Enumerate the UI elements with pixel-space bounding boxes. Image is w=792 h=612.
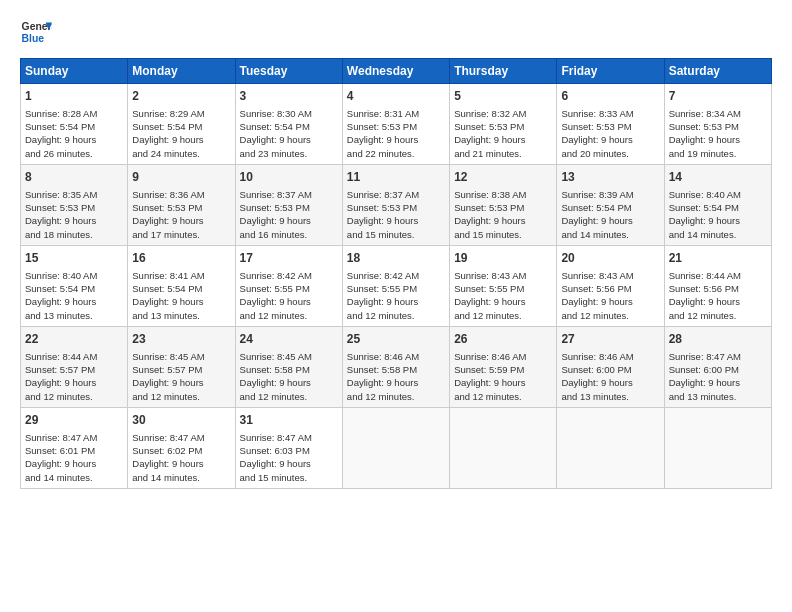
calendar-cell: 23Sunrise: 8:45 AMSunset: 5:57 PMDayligh…	[128, 326, 235, 407]
cell-info-line: Daylight: 9 hours	[454, 214, 552, 227]
cell-info-line: Sunset: 5:53 PM	[561, 120, 659, 133]
cell-info-line: Daylight: 9 hours	[25, 376, 123, 389]
header-cell-friday: Friday	[557, 59, 664, 84]
cell-info-line: Sunset: 5:53 PM	[454, 120, 552, 133]
day-number: 5	[454, 88, 552, 105]
cell-info-line: and 24 minutes.	[132, 147, 230, 160]
calendar-cell: 24Sunrise: 8:45 AMSunset: 5:58 PMDayligh…	[235, 326, 342, 407]
cell-info-line: Sunset: 5:57 PM	[25, 363, 123, 376]
cell-info-line: Sunrise: 8:32 AM	[454, 107, 552, 120]
cell-info-line: Daylight: 9 hours	[561, 376, 659, 389]
logo-icon: General Blue	[20, 16, 52, 48]
cell-info-line: Sunset: 5:53 PM	[347, 120, 445, 133]
logo: General Blue	[20, 16, 52, 48]
calendar-cell: 25Sunrise: 8:46 AMSunset: 5:58 PMDayligh…	[342, 326, 449, 407]
cell-info-line: Sunrise: 8:43 AM	[454, 269, 552, 282]
calendar-cell: 12Sunrise: 8:38 AMSunset: 5:53 PMDayligh…	[450, 164, 557, 245]
cell-info-line: and 12 minutes.	[669, 309, 767, 322]
cell-info-line: Sunset: 5:53 PM	[240, 201, 338, 214]
cell-info-line: Sunset: 6:00 PM	[561, 363, 659, 376]
cell-info-line: Sunset: 5:54 PM	[25, 282, 123, 295]
day-number: 31	[240, 412, 338, 429]
cell-info-line: Sunset: 5:59 PM	[454, 363, 552, 376]
cell-info-line: and 13 minutes.	[561, 390, 659, 403]
calendar-cell: 4Sunrise: 8:31 AMSunset: 5:53 PMDaylight…	[342, 84, 449, 165]
week-row-4: 22Sunrise: 8:44 AMSunset: 5:57 PMDayligh…	[21, 326, 772, 407]
page: General Blue SundayMondayTuesdayWednesda…	[0, 0, 792, 612]
calendar-cell: 30Sunrise: 8:47 AMSunset: 6:02 PMDayligh…	[128, 407, 235, 488]
day-number: 12	[454, 169, 552, 186]
calendar-cell: 1Sunrise: 8:28 AMSunset: 5:54 PMDaylight…	[21, 84, 128, 165]
cell-info-line: and 12 minutes.	[25, 390, 123, 403]
cell-info-line: Sunrise: 8:37 AM	[240, 188, 338, 201]
calendar-cell: 26Sunrise: 8:46 AMSunset: 5:59 PMDayligh…	[450, 326, 557, 407]
cell-info-line: and 14 minutes.	[25, 471, 123, 484]
header: General Blue	[20, 16, 772, 48]
cell-info-line: Sunset: 5:56 PM	[669, 282, 767, 295]
cell-info-line: Sunset: 5:58 PM	[347, 363, 445, 376]
cell-info-line: Sunset: 5:54 PM	[132, 120, 230, 133]
calendar-cell: 3Sunrise: 8:30 AMSunset: 5:54 PMDaylight…	[235, 84, 342, 165]
day-number: 1	[25, 88, 123, 105]
cell-info-line: and 12 minutes.	[347, 309, 445, 322]
cell-info-line: and 13 minutes.	[25, 309, 123, 322]
day-number: 7	[669, 88, 767, 105]
cell-info-line: and 14 minutes.	[669, 228, 767, 241]
cell-info-line: and 12 minutes.	[347, 390, 445, 403]
day-number: 24	[240, 331, 338, 348]
day-number: 4	[347, 88, 445, 105]
svg-text:Blue: Blue	[22, 33, 45, 44]
calendar-cell: 21Sunrise: 8:44 AMSunset: 5:56 PMDayligh…	[664, 245, 771, 326]
calendar-cell	[557, 407, 664, 488]
cell-info-line: Daylight: 9 hours	[132, 376, 230, 389]
day-number: 13	[561, 169, 659, 186]
day-number: 14	[669, 169, 767, 186]
cell-info-line: Sunrise: 8:46 AM	[561, 350, 659, 363]
week-row-2: 8Sunrise: 8:35 AMSunset: 5:53 PMDaylight…	[21, 164, 772, 245]
cell-info-line: Daylight: 9 hours	[132, 457, 230, 470]
cell-info-line: Daylight: 9 hours	[669, 295, 767, 308]
calendar-cell: 8Sunrise: 8:35 AMSunset: 5:53 PMDaylight…	[21, 164, 128, 245]
header-cell-sunday: Sunday	[21, 59, 128, 84]
calendar-cell: 28Sunrise: 8:47 AMSunset: 6:00 PMDayligh…	[664, 326, 771, 407]
day-number: 30	[132, 412, 230, 429]
cell-info-line: Sunrise: 8:40 AM	[669, 188, 767, 201]
cell-info-line: Sunrise: 8:31 AM	[347, 107, 445, 120]
calendar-cell	[342, 407, 449, 488]
cell-info-line: and 23 minutes.	[240, 147, 338, 160]
cell-info-line: Daylight: 9 hours	[240, 295, 338, 308]
cell-info-line: Sunrise: 8:28 AM	[25, 107, 123, 120]
cell-info-line: Sunrise: 8:45 AM	[132, 350, 230, 363]
cell-info-line: and 14 minutes.	[561, 228, 659, 241]
day-number: 8	[25, 169, 123, 186]
calendar-cell: 5Sunrise: 8:32 AMSunset: 5:53 PMDaylight…	[450, 84, 557, 165]
day-number: 3	[240, 88, 338, 105]
cell-info-line: Sunrise: 8:37 AM	[347, 188, 445, 201]
cell-info-line: Daylight: 9 hours	[25, 133, 123, 146]
cell-info-line: Sunrise: 8:38 AM	[454, 188, 552, 201]
cell-info-line: Daylight: 9 hours	[561, 133, 659, 146]
calendar-cell: 16Sunrise: 8:41 AMSunset: 5:54 PMDayligh…	[128, 245, 235, 326]
cell-info-line: Sunrise: 8:36 AM	[132, 188, 230, 201]
cell-info-line: Daylight: 9 hours	[132, 133, 230, 146]
header-cell-saturday: Saturday	[664, 59, 771, 84]
calendar-table: SundayMondayTuesdayWednesdayThursdayFrid…	[20, 58, 772, 489]
cell-info-line: Sunset: 6:03 PM	[240, 444, 338, 457]
cell-info-line: Daylight: 9 hours	[347, 133, 445, 146]
cell-info-line: and 19 minutes.	[669, 147, 767, 160]
day-number: 20	[561, 250, 659, 267]
cell-info-line: Sunset: 5:54 PM	[561, 201, 659, 214]
header-cell-tuesday: Tuesday	[235, 59, 342, 84]
cell-info-line: Sunrise: 8:43 AM	[561, 269, 659, 282]
calendar-cell: 7Sunrise: 8:34 AMSunset: 5:53 PMDaylight…	[664, 84, 771, 165]
calendar-cell: 27Sunrise: 8:46 AMSunset: 6:00 PMDayligh…	[557, 326, 664, 407]
calendar-cell: 22Sunrise: 8:44 AMSunset: 5:57 PMDayligh…	[21, 326, 128, 407]
calendar-header-row: SundayMondayTuesdayWednesdayThursdayFrid…	[21, 59, 772, 84]
cell-info-line: and 17 minutes.	[132, 228, 230, 241]
cell-info-line: Daylight: 9 hours	[132, 214, 230, 227]
cell-info-line: Sunrise: 8:47 AM	[240, 431, 338, 444]
cell-info-line: Sunset: 5:53 PM	[347, 201, 445, 214]
cell-info-line: and 15 minutes.	[240, 471, 338, 484]
cell-info-line: Sunset: 5:54 PM	[25, 120, 123, 133]
cell-info-line: Sunrise: 8:44 AM	[25, 350, 123, 363]
